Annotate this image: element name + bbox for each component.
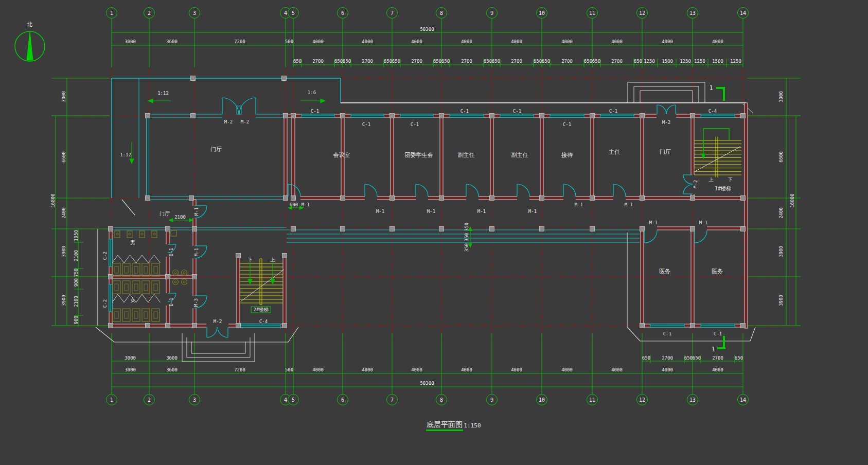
door-window-tag: C-1 <box>513 109 521 114</box>
door-window-tag: C-1 <box>563 122 571 127</box>
drawing-title: 底层平面图 <box>427 420 463 430</box>
dim-label: 3900 <box>779 295 784 306</box>
dim-label: 3000 <box>62 91 66 102</box>
door-window-tag: C-1 <box>411 122 419 127</box>
door-window-tag: D-1 <box>169 248 174 256</box>
room-label: 门厅 <box>660 149 671 155</box>
grid-bubble-top: 14 <box>737 7 749 19</box>
grid-bubble-top: 11 <box>587 7 598 19</box>
dim-label: 4000 <box>461 368 472 372</box>
dim-label: 350 <box>465 243 469 252</box>
door-window-tag: C-2 <box>103 252 108 260</box>
dim-label: 650 <box>592 59 600 64</box>
dim-label: 4000 <box>561 40 573 44</box>
door-window-tag: M-2 <box>214 319 222 324</box>
dim-label: 2700 <box>362 59 373 64</box>
dim-label: 3000 <box>125 356 136 361</box>
dim-label: 4000 <box>511 368 522 372</box>
door-window-tag: M-1 <box>649 221 658 225</box>
room-label: 副主任 <box>511 152 528 158</box>
door-window-tag: M-1 <box>302 203 310 207</box>
dim-label: 650 <box>384 59 392 64</box>
dim-label: 3900 <box>62 246 66 257</box>
dim-label: 650 <box>693 356 701 361</box>
room-label: 医务 <box>659 269 670 274</box>
door-window-tag: C-1 <box>609 109 617 114</box>
door-window-tag: C-1 <box>460 109 469 114</box>
dim-label: 650 <box>542 59 550 64</box>
door-window-tag: C-1 <box>714 332 722 336</box>
grid-bubble-bottom: 14 <box>737 394 749 405</box>
dim-label: 2700 <box>561 59 573 64</box>
dim-label: 1250 <box>694 59 705 64</box>
door-window-tag: M-2 <box>241 120 249 124</box>
dim-label: 650 <box>492 59 500 64</box>
door-window-tag: C-1 <box>663 332 671 336</box>
grid-bubble-bottom: 3 <box>189 394 200 405</box>
dim-label: 2100 <box>74 296 79 307</box>
door-window-tag: M-1 <box>427 209 435 214</box>
dim-label: 2700 <box>411 59 422 64</box>
door-window-tag: M-1 <box>194 207 199 216</box>
room-label: 团委学生会 <box>405 152 433 158</box>
room-label: 副主任 <box>458 152 475 158</box>
ramp-slope-label: 1:12 <box>157 91 169 96</box>
dim-label: 900 <box>74 278 79 287</box>
grid-bubble-top: 8 <box>436 7 447 19</box>
dim-label: 3600 <box>166 356 178 361</box>
door-window-tag: M-1 <box>699 221 707 225</box>
grid-bubble-top: 13 <box>687 7 698 19</box>
ramp-slope-label: 1:6 <box>308 91 316 95</box>
grid-bubble-bottom: 7 <box>386 394 398 405</box>
floor-plan-canvas[interactable]: 北 底层平面图 1:150 50300300036007200500400040… <box>0 0 868 465</box>
dim-label: 4000 <box>312 368 324 372</box>
dim-label: 4000 <box>561 368 573 372</box>
dim-label: 4000 <box>611 40 623 44</box>
dim-label: 7200 <box>234 40 245 44</box>
dim-label: 2700 <box>312 59 324 64</box>
door-window-tag: M-3 <box>194 298 199 307</box>
dim-label: 1050 <box>74 230 79 241</box>
dim-label: 2700 <box>611 59 623 64</box>
dim-label: 2700 <box>461 59 472 64</box>
dim-label: 16800 <box>790 193 795 207</box>
grid-bubble-bottom: 2 <box>144 394 155 405</box>
room-label: 1#楼梯 <box>715 186 731 191</box>
dim-label: 2100 <box>174 215 186 220</box>
grid-bubble-top: 6 <box>337 7 348 19</box>
stair-label: 2#楼梯 <box>251 307 271 313</box>
dim-label: 650 <box>584 59 592 64</box>
floor-plan-drawing <box>0 0 868 465</box>
dim-label: 600 <box>290 203 298 207</box>
dim-label: 6600 <box>62 151 66 163</box>
door-window-tag: M-1 <box>625 203 633 207</box>
grid-bubble-bottom: 5 <box>288 394 299 405</box>
door-window-tag: C-1 <box>362 122 370 127</box>
grid-bubble-bottom: 9 <box>486 394 498 405</box>
dim-label: 4000 <box>411 368 422 372</box>
stair-label: 上 <box>271 258 275 262</box>
room-label: 女 <box>130 298 135 303</box>
grid-bubble-top: 10 <box>536 7 547 19</box>
grid-bubble-top: 2 <box>144 7 155 19</box>
stair-label: 下 <box>728 177 733 182</box>
door-window-tag: M-1 <box>477 209 486 214</box>
dim-label: 650 <box>684 356 693 361</box>
room-label: 门厅 <box>210 147 222 152</box>
grid-bubble-top: 3 <box>189 7 200 19</box>
dim-label: 2700 <box>662 356 673 361</box>
dim-label: 2400 <box>779 207 784 219</box>
dim-label: 4000 <box>362 368 373 372</box>
dim-label: 4000 <box>712 368 723 372</box>
title-underline <box>426 430 463 431</box>
dim-label: 2700 <box>712 356 723 361</box>
dim-label: 650 <box>735 356 743 361</box>
dim-label: 1250 <box>730 59 741 64</box>
dim-label: 4000 <box>312 40 324 44</box>
dim-label: 3600 <box>166 368 178 372</box>
room-label: 医务 <box>712 269 723 274</box>
room-label: 门厅 <box>160 211 170 217</box>
grid-bubble-bottom: 6 <box>337 394 348 405</box>
section-mark-label: 1 <box>709 85 713 91</box>
grid-bubble-bottom: 12 <box>636 394 648 405</box>
